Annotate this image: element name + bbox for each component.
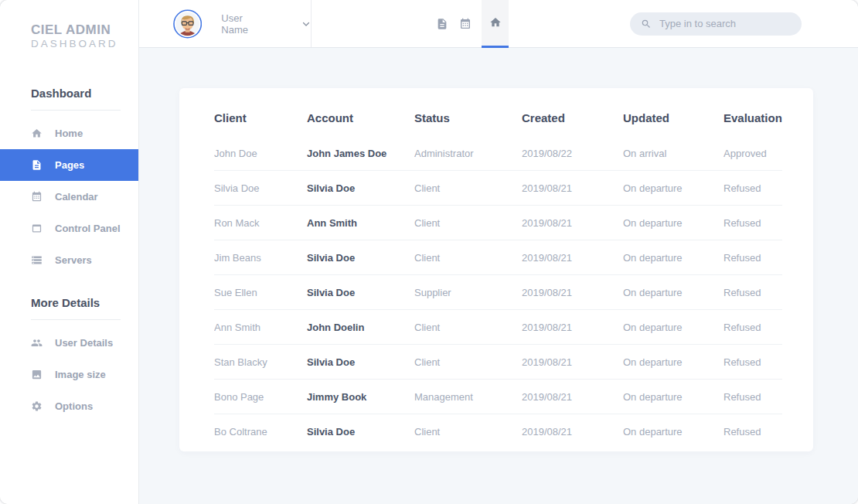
topbar-tab-document[interactable] <box>431 0 454 48</box>
cell-account: Silvia Doe <box>307 275 414 310</box>
section-divider <box>31 319 121 320</box>
table-row: Sue EllenSilvia DoeSupplier2019/08/21On … <box>214 275 782 310</box>
cell-client: Ann Smith <box>214 310 307 345</box>
column-header-account: Account <box>307 99 414 136</box>
table-row: John DoeJohn James DoeAdministrator2019/… <box>214 136 782 171</box>
control-panel-icon <box>31 223 43 234</box>
sidebar-item-image-size[interactable]: Image size <box>0 359 138 390</box>
cell-updated: On arrival <box>623 136 724 171</box>
topbar-divider <box>311 0 312 47</box>
user-menu[interactable]: User Name <box>139 9 311 39</box>
calendar-icon <box>459 18 472 30</box>
chevron-down-icon <box>301 19 311 29</box>
cell-created: 2019/08/21 <box>522 310 623 345</box>
sidebar-item-pages[interactable]: Pages <box>0 149 138 181</box>
home-icon <box>31 128 43 139</box>
table-row: Bo ColtraneSilvia DoeClient2019/08/21On … <box>214 414 782 449</box>
cell-client: Sue Ellen <box>214 275 307 310</box>
table-row: Jim BeansSilvia DoeClient2019/08/21On de… <box>214 240 782 275</box>
sidebar-nav: DashboardHomePagesCalendarControl PanelS… <box>0 87 138 422</box>
table-row: Silvia DoeSilvia DoeClient2019/08/21On d… <box>214 171 782 206</box>
cell-evaluation: Refused <box>724 345 782 380</box>
topbar-tab-calendar[interactable] <box>454 0 477 48</box>
sidebar-item-label: Pages <box>55 159 84 171</box>
cell-created: 2019/08/21 <box>522 380 623 414</box>
pages-icon <box>31 159 43 171</box>
column-header-status: Status <box>414 99 522 136</box>
cell-created: 2019/08/21 <box>522 206 623 240</box>
table-row: Ann SmithJohn DoelinClient2019/08/21On d… <box>214 310 782 345</box>
clients-table: ClientAccountStatusCreatedUpdatedEvaluat… <box>214 99 782 448</box>
cell-created: 2019/08/21 <box>522 275 623 310</box>
column-header-updated: Updated <box>623 99 724 136</box>
cell-evaluation: Approved <box>724 136 782 171</box>
cell-account: John James Doe <box>307 136 414 171</box>
cell-account: John Doelin <box>307 310 414 345</box>
cell-client: Jim Beans <box>214 240 307 275</box>
cell-client: Bono Page <box>214 380 307 414</box>
cell-account: Silvia Doe <box>307 345 414 380</box>
image-size-icon <box>31 369 43 380</box>
cell-status: Administrator <box>414 136 522 171</box>
servers-icon <box>31 254 43 266</box>
sidebar-item-calendar[interactable]: Calendar <box>0 181 138 213</box>
column-header-created: Created <box>522 99 623 136</box>
user-name: User Name <box>221 12 271 36</box>
cell-client: Stan Blacky <box>214 345 307 380</box>
cell-client: Silvia Doe <box>214 171 307 206</box>
cell-updated: On departure <box>623 275 724 310</box>
section-heading-dashboard: Dashboard <box>0 87 138 100</box>
cell-account: Ann Smith <box>307 206 414 240</box>
cell-evaluation: Refused <box>724 380 782 414</box>
cell-evaluation: Refused <box>724 240 782 275</box>
column-header-evaluation: Evaluation <box>724 99 782 136</box>
table-card: ClientAccountStatusCreatedUpdatedEvaluat… <box>179 88 813 451</box>
calendar-icon <box>31 191 43 203</box>
sidebar-item-user-details[interactable]: User Details <box>0 327 138 359</box>
cell-client: Ron Mack <box>214 206 307 240</box>
topbar-tabs <box>431 0 509 48</box>
table-row: Bono PageJimmy BookManagement2019/08/21O… <box>214 380 782 414</box>
cell-account: Silvia Doe <box>307 414 414 449</box>
brand-title: CIEL ADMIN <box>31 22 138 38</box>
search-box <box>630 12 802 36</box>
cell-created: 2019/08/21 <box>522 171 623 206</box>
main-column: User Name ClientAccountStatusCreatedUpda… <box>139 0 858 504</box>
gear-icon <box>31 400 43 412</box>
sidebar-item-servers[interactable]: Servers <box>0 244 138 276</box>
app-window: CIEL ADMIN DASHBOARD DashboardHomePagesC… <box>0 0 858 504</box>
cell-evaluation: Refused <box>724 206 782 240</box>
sidebar-item-label: Servers <box>55 254 92 266</box>
sidebar-item-label: Home <box>55 128 83 139</box>
cell-created: 2019/08/22 <box>522 136 623 171</box>
cell-evaluation: Refused <box>724 414 782 449</box>
avatar <box>173 9 202 39</box>
cell-evaluation: Refused <box>724 275 782 310</box>
cell-updated: On departure <box>623 380 724 414</box>
sidebar-item-label: Options <box>55 400 93 412</box>
table-row: Stan BlackySilvia DoeClient2019/08/21On … <box>214 345 782 380</box>
cell-updated: On departure <box>623 240 724 275</box>
table-header-row: ClientAccountStatusCreatedUpdatedEvaluat… <box>214 99 782 136</box>
topbar: User Name <box>139 0 858 48</box>
home-icon <box>489 16 502 29</box>
cell-status: Client <box>414 310 522 345</box>
cell-updated: On departure <box>623 206 724 240</box>
sidebar-item-home[interactable]: Home <box>0 117 138 149</box>
section-heading-more-details: More Details <box>0 296 138 309</box>
cell-client: John Doe <box>214 136 307 171</box>
column-header-client: Client <box>214 99 307 136</box>
user-details-icon <box>31 337 43 349</box>
cell-evaluation: Refused <box>724 310 782 345</box>
topbar-tab-home[interactable] <box>482 0 509 48</box>
cell-status: Client <box>414 345 522 380</box>
cell-created: 2019/08/21 <box>522 414 623 449</box>
section-divider <box>31 110 121 111</box>
sidebar-item-control-panel[interactable]: Control Panel <box>0 213 138 244</box>
cell-account: Silvia Doe <box>307 240 414 275</box>
cell-updated: On departure <box>623 345 724 380</box>
sidebar-item-options[interactable]: Options <box>0 390 138 422</box>
cell-updated: On departure <box>623 310 724 345</box>
search-input[interactable] <box>658 17 791 30</box>
cell-status: Client <box>414 171 522 206</box>
